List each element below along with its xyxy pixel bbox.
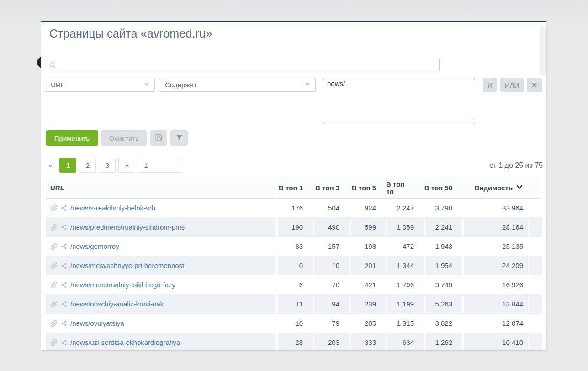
page-title: Страницы сайта «avromed.ru» [49,27,212,40]
table-row: /news/obschiy-analiz-krovi-oak 11 94 239… [46,294,542,313]
apply-button[interactable]: Применить [46,130,98,146]
share-icon[interactable] [61,224,67,231]
cell-top3: 504 [313,199,350,217]
paperclip-icon[interactable] [50,339,58,346]
cell-extra [528,256,542,275]
paperclip-icon[interactable] [50,262,58,269]
column-header-visibility[interactable]: Видимость [462,177,528,198]
page-number-input[interactable] [138,158,182,173]
url-link[interactable]: /news/obschiy-analiz-krovi-oak [70,300,164,308]
pagination-page-1[interactable]: 1 [59,158,76,173]
share-icon[interactable] [61,301,67,307]
pagination-page-2[interactable]: 2 [79,158,96,173]
share-icon[interactable] [61,263,67,269]
search-input[interactable] [57,59,439,70]
cell-visibility: 12 074 [462,314,528,333]
filter-field-select[interactable]: URL [45,78,155,92]
cell-top50: 3 749 [424,275,462,294]
clear-button[interactable]: Очистить [101,130,147,146]
paperclip-icon[interactable] [50,320,58,327]
paperclip-icon[interactable] [50,243,58,250]
scrollbar-thumb[interactable] [540,25,546,76]
column-header-top3[interactable]: В топ 3 [313,177,350,198]
share-icon[interactable] [61,339,67,346]
paperclip-icon[interactable] [50,224,58,231]
column-header-top50[interactable]: В топ 50 [424,177,462,198]
cell-top5: 198 [350,237,386,256]
cell-top3: 79 [313,314,350,333]
search-box [45,59,440,71]
pagination-prev[interactable]: « [48,161,52,169]
url-link[interactable]: /news/menstrualniy-tsikl-i-ego-fazy [70,281,175,289]
url-link[interactable]: /news/mesyachnyye-pri-beremennosti [70,262,186,269]
cell-top50: 3 822 [424,314,462,333]
cell-top1: 176 [276,199,313,217]
paperclip-icon[interactable] [50,301,58,308]
column-header-extra [528,177,542,198]
url-link[interactable]: /news/ovulyatsiya [70,319,124,327]
filter-operator-value: Содержит [165,81,197,89]
cell-top10: 1 315 [386,314,424,333]
chevron-down-icon [143,81,150,89]
cell-extra [528,275,542,294]
column-header-top1[interactable]: В топ 1 [276,177,313,198]
cell-top10: 634 [386,333,424,350]
cell-top5: 239 [350,295,386,313]
cell-top1: 83 [276,237,313,256]
url-link[interactable]: /news/predmenstrualniy-sindrom-pms [70,223,185,231]
pagination-next[interactable]: » [118,158,135,173]
remove-filter-button[interactable] [527,78,542,92]
pagination-page-3[interactable]: 3 [99,158,116,173]
filter-value-textarea[interactable]: news/ [323,78,475,124]
cell-top50: 3 790 [424,199,462,217]
and-button[interactable]: И [483,78,497,92]
or-button[interactable]: ИЛИ [500,78,524,92]
cell-top50: 2 241 [424,218,462,237]
cell-top3: 490 [313,218,350,237]
save-filter-button[interactable] [150,130,167,146]
search-icon [48,61,57,69]
url-cell: /news/obschiy-analiz-krovi-oak [46,295,276,313]
close-icon [532,81,537,89]
cell-top5: 421 [350,275,386,294]
cell-top50: 5 263 [424,295,462,313]
table-row: /news/uzi-serdtsa-ekhokardiografiya 28 2… [46,333,542,350]
cell-top10: 472 [386,237,424,256]
cell-top5: 599 [350,218,386,237]
filter-operator-select[interactable]: Содержит [159,78,316,92]
filter-button[interactable] [170,130,188,146]
filter-field-value: URL [51,81,64,89]
column-header-top5[interactable]: В топ 5 [350,177,386,198]
cell-top1: 10 [276,314,313,333]
paperclip-icon[interactable] [50,204,58,212]
url-link[interactable]: /news/gemorroy [70,242,119,250]
cell-extra [528,333,542,350]
table-body: /news/s-reaktivniy-belok-srb 176 504 924… [46,199,542,350]
results-table: URL В топ 1 В топ 3 В топ 5 В топ 10 В т… [46,177,542,350]
cell-visibility: 25 135 [462,237,528,256]
filter-logic-buttons: И ИЛИ [483,78,542,92]
cell-top10: 1 344 [386,256,424,275]
share-icon[interactable] [61,282,67,288]
cell-top1: 190 [276,218,313,237]
sort-desc-icon [516,183,523,192]
paperclip-icon[interactable] [50,281,58,289]
column-header-url[interactable]: URL [46,177,276,198]
cell-visibility: 16 926 [462,275,528,294]
cell-visibility: 28 164 [462,218,528,237]
cell-visibility: 10 410 [462,333,528,350]
url-link[interactable]: /news/s-reaktivniy-belok-srb [70,204,155,212]
column-header-top10[interactable]: В топ 10 [386,177,424,198]
cell-top3: 10 [313,256,350,275]
share-icon[interactable] [61,243,67,250]
pagination: « 1 2 3 » [46,158,182,173]
table-row: /news/menstrualniy-tsikl-i-ego-fazy 6 70… [46,275,542,294]
share-icon[interactable] [61,205,67,211]
cell-top10: 1 199 [386,295,424,313]
cell-top10: 2 247 [386,199,424,217]
url-link[interactable]: /news/uzi-serdtsa-ekhokardiografiya [70,339,180,346]
url-cell: /news/menstrualniy-tsikl-i-ego-fazy [46,275,276,294]
cell-top50: 1 262 [424,333,462,350]
url-cell: /news/predmenstrualniy-sindrom-pms [46,218,276,237]
share-icon[interactable] [61,320,67,327]
